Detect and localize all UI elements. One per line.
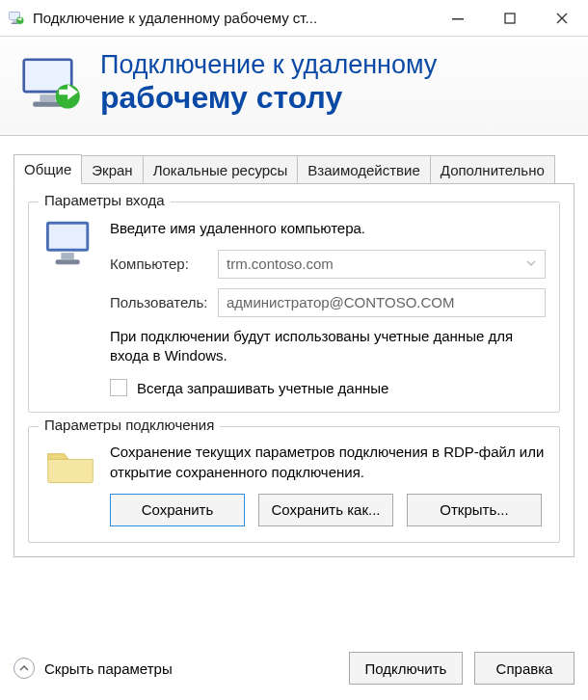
login-intro: Введите имя удаленного компьютера.: [110, 220, 546, 236]
maximize-button[interactable]: [484, 0, 536, 36]
save-as-button[interactable]: Сохранить как...: [258, 494, 393, 526]
tab-body-general: Параметры входа Введите имя удаленного к…: [13, 183, 575, 557]
banner: Подключение к удаленному рабочему столу: [0, 37, 588, 136]
connect-button[interactable]: Подключить: [349, 652, 463, 685]
banner-line1: Подключение к удаленному: [100, 50, 437, 80]
svg-rect-5: [452, 18, 464, 20]
collapse-button[interactable]: [13, 658, 35, 679]
group-connection-settings: Параметры подключения Сохранение текущих…: [28, 426, 560, 543]
always-ask-label[interactable]: Всегда запрашивать учетные данные: [137, 380, 388, 396]
tab-local-resources[interactable]: Локальные ресурсы: [143, 155, 299, 184]
tab-general[interactable]: Общие: [13, 154, 82, 184]
svg-rect-13: [49, 225, 87, 249]
computer-label: Компьютер:: [110, 256, 218, 272]
open-button[interactable]: Открыть...: [407, 494, 542, 526]
monitor-icon: [42, 218, 98, 397]
tab-display[interactable]: Экран: [81, 155, 143, 184]
tab-advanced[interactable]: Дополнительно: [430, 155, 555, 184]
banner-text: Подключение к удаленному рабочему столу: [100, 50, 437, 116]
banner-line2: рабочему столу: [100, 80, 437, 116]
close-button[interactable]: [536, 0, 588, 36]
svg-rect-2: [13, 20, 16, 22]
tab-strip: Общие Экран Локальные ресурсы Взаимодейс…: [13, 153, 575, 183]
connection-settings-desc: Сохранение текущих параметров подключени…: [110, 443, 546, 482]
svg-rect-14: [61, 253, 73, 259]
always-ask-checkbox[interactable]: [110, 379, 127, 396]
login-settings-legend: Параметры входа: [39, 192, 171, 208]
chevron-down-icon: [525, 256, 537, 272]
rdp-logo-icon: [17, 53, 87, 113]
credentials-hint: При подключении будут использованы учетн…: [110, 327, 546, 366]
user-value: администратор@CONTOSO.COM: [227, 294, 455, 310]
client-area: Общие Экран Локальные ресурсы Взаимодейс…: [0, 136, 588, 557]
user-label: Пользователь:: [110, 294, 218, 310]
save-button[interactable]: Сохранить: [110, 494, 245, 526]
help-button[interactable]: Справка: [474, 652, 575, 685]
folder-icon: [42, 443, 98, 526]
connection-settings-legend: Параметры подключения: [39, 417, 220, 433]
svg-point-11: [56, 84, 80, 108]
hide-options-label[interactable]: Скрыть параметры: [44, 660, 173, 677]
titlebar: Подключение к удаленному рабочему ст...: [0, 0, 588, 37]
group-login-settings: Параметры входа Введите имя удаленного к…: [28, 202, 560, 414]
svg-rect-3: [12, 22, 18, 24]
svg-rect-9: [40, 94, 55, 101]
footer: Скрыть параметры Подключить Справка: [0, 640, 588, 700]
window-controls: [432, 0, 588, 36]
rdp-app-icon: [8, 10, 25, 27]
window-title: Подключение к удаленному рабочему ст...: [33, 10, 432, 26]
user-input[interactable]: администратор@CONTOSO.COM: [218, 288, 546, 317]
minimize-button[interactable]: [432, 0, 484, 36]
computer-combo[interactable]: trm.contoso.com: [218, 250, 546, 279]
computer-value: trm.contoso.com: [227, 256, 334, 272]
tab-experience[interactable]: Взаимодействие: [297, 155, 430, 184]
svg-rect-6: [505, 13, 515, 23]
svg-rect-15: [56, 259, 80, 264]
